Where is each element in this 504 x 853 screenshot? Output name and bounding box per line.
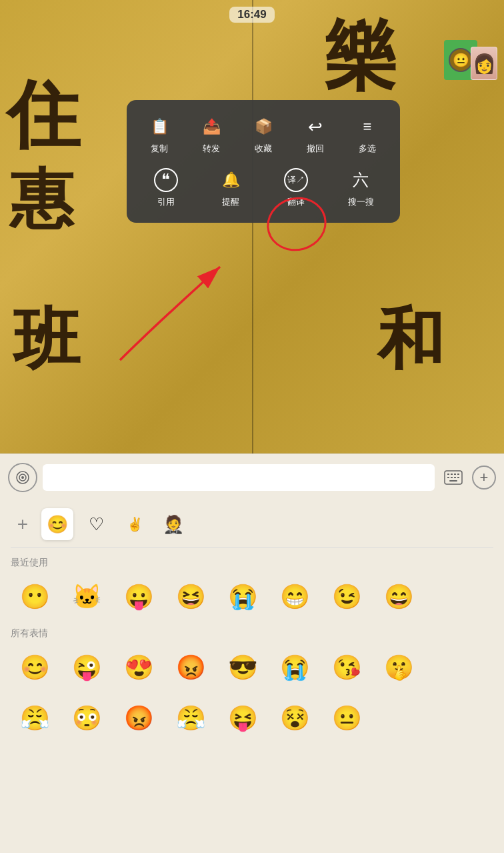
- emoji-cat-smiley[interactable]: 😊: [41, 508, 73, 540]
- emoji-cat-heart[interactable]: ♡: [80, 508, 112, 540]
- emoji-all-12[interactable]: 😤: [167, 698, 215, 738]
- search-label: 搜一搜: [348, 196, 374, 208]
- menu-item-forward[interactable]: 📤 转发: [188, 111, 235, 159]
- input-bar: +: [0, 454, 504, 500]
- forward-label: 转发: [203, 143, 220, 155]
- translate-icon: 译↗: [284, 168, 308, 192]
- recent-emoji-grid: 😶 🐱 😛 😆 😭 😁 😉 😄: [11, 577, 493, 617]
- menu-item-search[interactable]: 六 搜一搜: [337, 164, 384, 212]
- menu-item-revoke[interactable]: ↩ 撤回: [292, 111, 339, 159]
- quote-icon: ❝: [154, 168, 178, 192]
- emoji-cat-gesture[interactable]: ✌: [119, 508, 151, 540]
- status-time: 16:49: [229, 7, 274, 23]
- revoke-icon: ↩: [303, 115, 327, 139]
- emoji-recent-5[interactable]: 😭: [219, 577, 267, 617]
- remind-label: 提醒: [222, 196, 239, 208]
- menu-item-collect[interactable]: 📦 收藏: [240, 111, 287, 159]
- bottom-panel: + + 😊 ♡ ✌ 🤵 最近使用 😶 🐱 😛 😆 😭 😁 😉 😄 所有表情 😊: [0, 454, 504, 853]
- emoji-all-10[interactable]: 😳: [63, 698, 111, 738]
- collect-icon: 📦: [251, 115, 275, 139]
- svg-rect-10: [451, 477, 453, 478]
- emoji-all-6[interactable]: 😭: [271, 648, 319, 688]
- copy-icon: 📋: [147, 115, 171, 139]
- menu-item-multiselect[interactable]: ≡ 多选: [344, 111, 391, 159]
- emoji-all-1[interactable]: 😊: [11, 648, 59, 688]
- emoji-recent-1[interactable]: 😶: [11, 577, 59, 617]
- svg-point-3: [21, 476, 24, 479]
- emoji-cat-face[interactable]: 🤵: [157, 508, 189, 540]
- emoji-recent-4[interactable]: 😆: [167, 577, 215, 617]
- emoji-all-5[interactable]: 😎: [219, 648, 267, 688]
- multiselect-icon: ≡: [355, 115, 379, 139]
- plus-button[interactable]: +: [472, 466, 496, 490]
- svg-rect-13: [449, 480, 457, 482]
- emoji-cat-plus[interactable]: +: [11, 512, 35, 536]
- menu-row-2: ❝ 引用 🔔 提醒 译↗ 翻译 六 搜一搜: [133, 164, 393, 212]
- emoji-all-4[interactable]: 😡: [167, 648, 215, 688]
- avatar-container: 😐 👩: [444, 40, 497, 93]
- context-menu: 📋 复制 📤 转发 📦 收藏 ↩ 撤回 ≡ 多选 ❝ 引用: [127, 100, 400, 223]
- copy-label: 复制: [151, 143, 168, 155]
- menu-item-quote[interactable]: ❝ 引用: [143, 164, 189, 212]
- emoji-all-9[interactable]: 😤: [11, 698, 59, 738]
- revoke-label: 撤回: [307, 143, 324, 155]
- keyboard-button[interactable]: [440, 464, 467, 491]
- svg-rect-12: [457, 477, 459, 478]
- chat-area: 住 惠 班 樂 和 16:49 😐 👩 📋 复制 📤 转发 📦: [0, 0, 504, 454]
- multiselect-label: 多选: [359, 143, 376, 155]
- calli-char-3: 班: [13, 307, 80, 373]
- emoji-all-8[interactable]: 🤫: [375, 648, 423, 688]
- emoji-all-13[interactable]: 😝: [219, 698, 267, 738]
- emoji-all-14[interactable]: 😵: [271, 698, 319, 738]
- all-emoji-grid-2: 😤 😳 😡 😤 😝 😵 😐: [11, 698, 493, 738]
- emoji-recent-8[interactable]: 😄: [375, 577, 423, 617]
- quote-label: 引用: [157, 196, 175, 208]
- menu-item-remind[interactable]: 🔔 提醒: [207, 164, 254, 212]
- avatar-face: 😐: [449, 48, 473, 72]
- all-emoji-grid-1: 😊 😜 😍 😡 😎 😭 😘 🤫: [11, 648, 493, 688]
- svg-rect-4: [445, 471, 462, 484]
- calli-char-4: 樂: [324, 20, 397, 93]
- forward-icon: 📤: [199, 115, 223, 139]
- emoji-all-11[interactable]: 😡: [115, 698, 163, 738]
- voice-button[interactable]: [8, 463, 37, 492]
- svg-rect-9: [447, 477, 449, 478]
- emoji-panel: + 😊 ♡ ✌ 🤵 最近使用 😶 🐱 😛 😆 😭 😁 😉 😄 所有表情 😊 😜 …: [0, 500, 504, 757]
- emoji-recent-2[interactable]: 🐱: [63, 577, 111, 617]
- vertical-divider: [252, 0, 253, 454]
- svg-rect-6: [451, 474, 453, 475]
- emoji-all-7[interactable]: 😘: [323, 648, 371, 688]
- message-input[interactable]: [43, 464, 435, 491]
- emoji-all-2[interactable]: 😜: [63, 648, 111, 688]
- recent-section-label: 最近使用: [11, 557, 493, 569]
- emoji-category-row: + 😊 ♡ ✌ 🤵: [11, 508, 493, 548]
- emoji-all-3[interactable]: 😍: [115, 648, 163, 688]
- emoji-recent-3[interactable]: 😛: [115, 577, 163, 617]
- svg-rect-8: [457, 474, 459, 475]
- menu-item-copy[interactable]: 📋 复制: [136, 111, 183, 159]
- emoji-all-15[interactable]: 😐: [323, 698, 371, 738]
- menu-row-1: 📋 复制 📤 转发 📦 收藏 ↩ 撤回 ≡ 多选: [133, 111, 393, 159]
- avatar-photo: 👩: [471, 47, 497, 80]
- remind-icon: 🔔: [219, 168, 243, 192]
- svg-rect-11: [454, 477, 456, 478]
- emoji-recent-7[interactable]: 😉: [323, 577, 371, 617]
- all-section-label: 所有表情: [11, 628, 493, 640]
- status-bar: 16:49: [0, 0, 504, 29]
- calli-char-5: 和: [377, 307, 444, 373]
- collect-label: 收藏: [255, 143, 272, 155]
- svg-rect-7: [454, 474, 456, 475]
- emoji-recent-6[interactable]: 😁: [271, 577, 319, 617]
- search-icon: 六: [349, 168, 373, 192]
- svg-rect-5: [447, 474, 449, 475]
